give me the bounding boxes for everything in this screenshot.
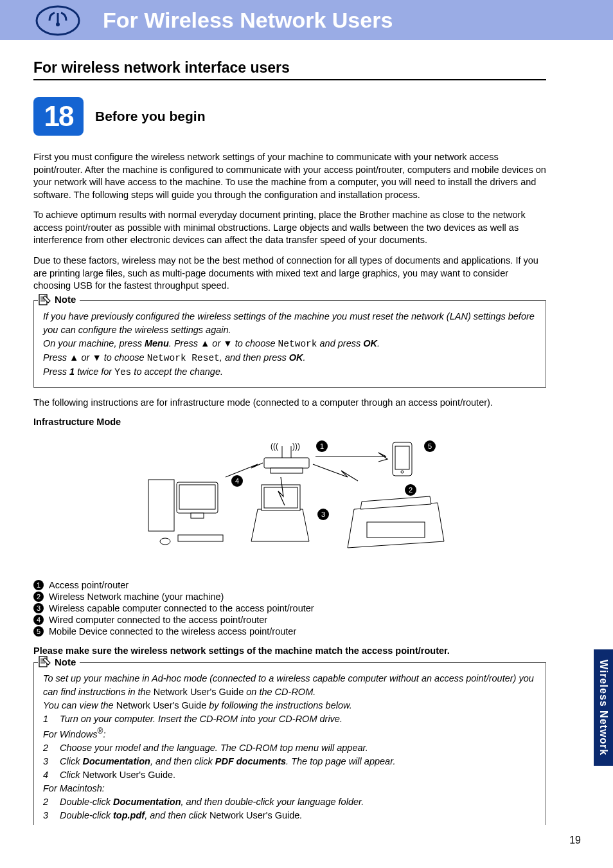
t: . [377,338,380,348]
network-users-guide: Network User's Guide [116,700,207,710]
note-box-1: Note If you have previously configured t… [33,300,546,388]
svg-rect-20 [148,480,174,531]
t: : [103,729,105,739]
top-pdf-text: top.pdf [113,810,145,820]
t: . [299,810,302,820]
documentation-text: Documentation [82,756,150,766]
paragraph-3: Due to these factors, wireless may not b… [33,255,546,293]
t: Click [60,770,82,780]
t: On your machine, press [43,338,145,348]
svg-rect-32 [367,522,425,538]
svg-rect-16 [395,446,409,469]
ok-key: OK [363,338,377,348]
t: or [78,352,92,363]
note-icon [38,293,51,306]
svg-text:(((: ((( [271,442,278,451]
t: , and then press [220,352,289,363]
paragraph-1: First you must configure the wireless ne… [33,151,546,201]
t: Choose your model and the language. The … [60,741,368,755]
t: Press [43,352,69,363]
t: Turn on your computer. Insert the CD-ROM… [60,712,342,726]
svg-rect-24 [178,535,223,541]
note-2-body: To set up your machine in Ad-hoc mode (c… [43,669,537,822]
note-1-body: If you have previously configured the wi… [43,307,537,379]
list-item: 2Wireless Network machine (your machine) [33,592,546,602]
t: and press [317,338,364,348]
one-key: 1 [69,366,75,377]
note-label: Note [55,294,76,305]
t: . The top page will appear. [286,756,395,766]
t: Click [60,756,82,766]
menu-key: Menu [145,338,169,348]
list-item: 5Mobile Device connected to the wireless… [33,626,546,637]
t: on the CD-ROM. [244,687,315,697]
t: by following the instructions below. [206,700,352,710]
diagram-legend: 1Access point/router 2Wireless Network m… [33,580,546,637]
ok-key: OK [289,352,303,363]
page-number: 19 [569,835,581,846]
step-row: 18 Before you begin [33,97,546,136]
svg-rect-8 [271,468,303,473]
note1-line1: If you have previously configured the wi… [43,311,535,335]
bullet-icon: 4 [33,615,44,625]
svg-text:5: 5 [428,442,432,450]
t: twice for [75,366,114,377]
bullet-icon: 1 [33,580,44,590]
legend-text: Access point/router [49,580,129,590]
note-label: Note [55,656,76,667]
bullet-icon: 2 [33,592,44,602]
svg-rect-7 [264,458,309,468]
paragraph-4: The following instructions are for infra… [33,397,546,410]
svg-rect-23 [191,513,204,518]
legend-text: Mobile Device connected to the wireless … [49,626,296,637]
list-item: 4Wired computer connected to the access … [33,615,546,625]
t: , and then double-click your language fo… [181,797,364,807]
t: Press [43,366,69,377]
note-box-2: Note To set up your machine in Ad-hoc mo… [33,662,546,825]
t: , and then click [150,756,215,766]
t: to choose [102,352,147,363]
step-heading: Before you begin [95,109,206,124]
legend-text: Wireless Network machine (your machine) [49,592,224,602]
t: , and then click [145,810,209,820]
t: to choose [233,338,278,348]
pdf-documents-text: PDF documents [215,756,286,766]
step-number: 18 [33,97,84,136]
page-content: For wireless network interface users 18 … [0,40,578,847]
header-bar: For Wireless Network Users [0,0,613,40]
note-icon [38,655,51,668]
legend-text: Wireless capable computer connected to t… [49,603,314,613]
svg-rect-22 [179,485,215,509]
side-tab: Wireless Network [594,649,613,766]
t: or [209,338,223,348]
svg-text:3: 3 [321,511,325,518]
network-reset-text: Network Reset [147,353,220,363]
bullet-icon: 3 [33,603,44,613]
list-item: 3Wireless capable computer connected to … [33,603,546,613]
t: . Press [169,338,200,348]
t: . [303,352,306,363]
yes-text: Yes [114,367,131,377]
paragraph-2: To achieve optimum results with normal e… [33,209,546,247]
list-item: 1Access point/router [33,580,546,590]
t: For Windows [43,729,97,739]
t: Double-click [60,797,113,807]
network-users-guide: Network User's Guide [209,810,300,820]
network-text: Network [278,339,317,349]
ensure-text: Please make sure the wireless network se… [33,646,546,656]
t: to accept the change. [131,366,223,377]
t: For Macintosh: [43,783,105,793]
svg-text:2: 2 [409,486,413,494]
bullet-icon: 5 [33,626,44,637]
wireless-icon [35,5,80,36]
infrastructure-mode-title: Infrastructure Mode [33,417,546,427]
svg-text:))): ))) [292,442,300,451]
infrastructure-diagram: ((( ))) 1 5 4 3 2 [110,432,470,574]
svg-point-25 [160,538,170,545]
legend-text: Wired computer connected to the access p… [49,615,267,625]
section-title: For wireless network interface users [33,59,546,80]
svg-text:4: 4 [235,477,239,485]
network-users-guide: Network User's Guide. [82,770,175,780]
header-title: For Wireless Network Users [103,8,393,33]
svg-text:1: 1 [320,442,324,450]
